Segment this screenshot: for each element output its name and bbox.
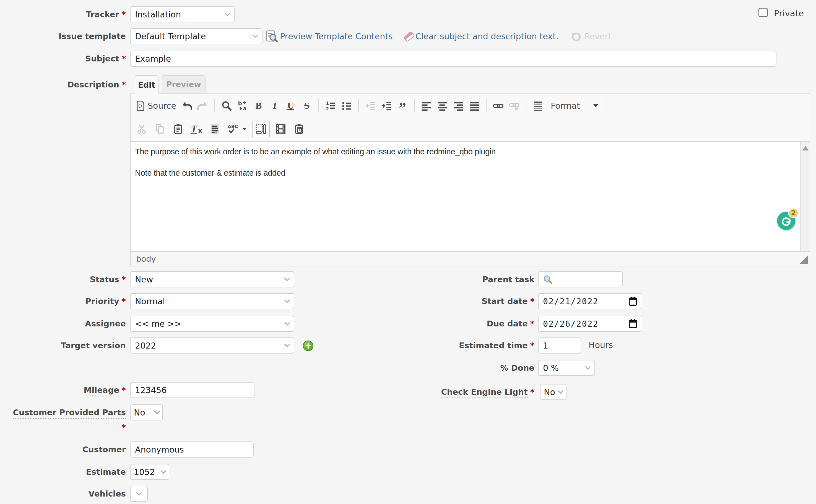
tracker-select[interactable]: Installation (130, 6, 235, 22)
toolbar-separator (486, 99, 487, 112)
editor-toolbar-row1: ⟨⟩ Source ba B I U S 12 (131, 94, 810, 117)
status-select[interactable]: New (130, 271, 294, 287)
description-label: Description* (0, 79, 126, 90)
customer-provided-parts-select[interactable]: No (130, 404, 163, 420)
numbered-list-button[interactable]: 12 (323, 97, 338, 114)
check-engine-light-select[interactable]: No (540, 384, 566, 400)
underline-icon: U (287, 100, 294, 111)
chevron-down-icon (154, 408, 160, 414)
due-date-input[interactable]: 02/26/2022 (538, 316, 642, 332)
description-paragraph: The purpose of this work order is to be … (131, 142, 810, 156)
bulleted-list-button[interactable] (339, 97, 354, 114)
align-left-button[interactable] (419, 97, 433, 114)
source-button[interactable]: ⟨⟩ Source (134, 97, 178, 114)
align-center-button[interactable] (435, 97, 449, 114)
customer-provided-parts-required: * (0, 422, 126, 433)
target-version-select[interactable]: 2022 (130, 337, 294, 354)
issue-template-select[interactable]: Default Template (130, 28, 263, 44)
start-date-value: 02/21/2022 (543, 297, 599, 306)
find-button[interactable] (219, 97, 234, 114)
align-left-icon (421, 101, 431, 111)
redo-button (196, 97, 210, 114)
div-container-button[interactable] (531, 97, 545, 114)
media-embed-button[interactable] (274, 121, 288, 137)
status-label: Status* (0, 274, 126, 285)
tracker-value: Installation (135, 10, 181, 19)
underline-button[interactable]: U (284, 97, 298, 114)
preview-template-link[interactable]: Preview Template Contents (280, 32, 393, 41)
indent-button[interactable] (379, 97, 394, 114)
start-date-input[interactable]: 02/21/2022 (538, 293, 642, 309)
subject-input[interactable]: Example (130, 51, 776, 67)
caret-down-icon (593, 104, 598, 107)
align-justify-button[interactable] (467, 97, 482, 114)
clear-subject-link[interactable]: Clear subject and description text. (415, 32, 558, 41)
spellcheck-button[interactable]: ABC (226, 121, 248, 137)
paste-plain-text-button[interactable]: T (292, 121, 306, 137)
chevron-down-icon (585, 364, 591, 370)
description-textarea[interactable]: The purpose of this work order is to be … (131, 141, 810, 251)
tab-preview[interactable]: Preview (162, 75, 206, 93)
mileage-input[interactable]: 123456 (130, 382, 254, 398)
estimate-select[interactable]: 1052 (130, 464, 169, 480)
tab-edit[interactable]: Edit (135, 75, 158, 94)
vehicles-select[interactable] (130, 486, 148, 502)
check-engine-light-label: Check Engine Light* (371, 386, 534, 398)
italic-button[interactable]: I (267, 97, 282, 114)
assignee-select[interactable]: << me >> (130, 316, 294, 332)
estimated-time-label: Estimated time* (371, 340, 534, 351)
numbered-list-icon: 12 (326, 101, 336, 111)
svg-text:a: a (243, 105, 247, 111)
estimated-time-unit: Hours (589, 340, 613, 350)
editor-toolbar-row2: Tx I ABC T (131, 117, 810, 141)
blockquote-icon: ” (399, 105, 406, 111)
status-value: New (135, 275, 153, 284)
remove-format-icon: T (191, 123, 197, 135)
replace-button[interactable]: ba (235, 97, 250, 114)
dotted-selection-icon (255, 123, 266, 134)
percent-done-select[interactable]: 0 % (538, 360, 595, 376)
calendar-icon[interactable] (628, 319, 637, 328)
start-date-label: Start date* (371, 296, 534, 307)
redo-icon (197, 101, 208, 111)
scroll-up-icon[interactable] (802, 146, 809, 150)
element-path[interactable]: body (136, 254, 156, 264)
remove-format-button[interactable]: Tx (189, 121, 204, 137)
bulleted-list-icon (342, 101, 352, 111)
parent-task-input[interactable] (538, 271, 623, 287)
align-right-button[interactable] (451, 97, 466, 114)
add-version-button[interactable]: + (303, 341, 313, 351)
select-all-button[interactable]: I (208, 121, 222, 137)
blockquote-button[interactable]: ” (395, 97, 410, 114)
replace-icon: ba (238, 101, 248, 111)
estimated-time-input[interactable]: 1 (538, 337, 581, 354)
editor-resize-handle[interactable] (799, 255, 808, 264)
customer-value: Anonymous (135, 445, 184, 454)
private-label: Private (774, 8, 804, 18)
estimated-time-value: 1 (543, 341, 548, 350)
undo-button[interactable] (180, 97, 194, 114)
issue-template-value: Default Template (135, 32, 206, 41)
bold-button[interactable]: B (251, 97, 266, 114)
paste-button[interactable] (171, 121, 185, 137)
toolbar-separator (214, 99, 215, 112)
find-icon (222, 101, 232, 111)
toolbar-separator (526, 99, 526, 112)
strikethrough-button[interactable]: S (300, 97, 314, 114)
customer-input[interactable]: Anonymous (130, 441, 254, 458)
editor-path-bar: body (131, 251, 810, 266)
dotted-selection-button[interactable] (252, 121, 270, 137)
editor-scrollbar[interactable] (800, 142, 810, 251)
unlink-button (507, 97, 521, 114)
mileage-label: Mileage* (0, 385, 126, 396)
parent-task-label: Parent task (371, 274, 534, 285)
chevron-down-icon (253, 32, 258, 38)
priority-select[interactable]: Normal (130, 293, 294, 309)
format-dropdown[interactable]: Format (547, 97, 602, 114)
private-checkbox[interactable] (758, 8, 768, 17)
calendar-icon[interactable] (628, 297, 637, 306)
vehicles-label: Vehicles (0, 488, 126, 499)
link-button[interactable] (491, 97, 505, 114)
align-center-icon (437, 101, 447, 111)
grammarly-icon[interactable]: 2 (777, 212, 795, 230)
